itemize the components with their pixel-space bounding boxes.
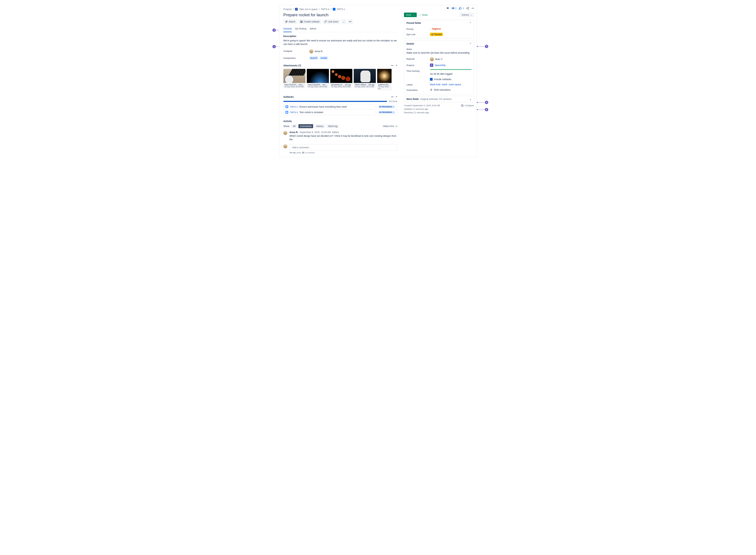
callout-2-num: 2 — [272, 29, 276, 32]
labels-value[interactable]: black-hole earth outer-space — [430, 83, 472, 86]
filter-comments[interactable]: Comments — [299, 124, 313, 128]
attachment-item[interactable]: ganapathy-ku… ash.jpg 18 Sep 2020, 09:43… — [330, 69, 352, 90]
attachment-date: 18 Sep 2020, 09:43 AM — [331, 86, 351, 88]
subtask-item[interactable]: TMTS-3 Test rocket in simulator IN PROGR… — [283, 110, 397, 115]
subtask-status[interactable]: IN PROGRESS — [378, 105, 395, 108]
issue-view: Projects / 🚀 Take me to space / TMTS-4 /… — [279, 5, 477, 157]
description-text[interactable]: We're going to space! We need to ensure … — [283, 39, 397, 46]
priority-value[interactable]: Highest — [430, 27, 472, 30]
chevron-down-icon: ⌄ — [470, 98, 472, 100]
configure-button[interactable]: Configure — [461, 104, 474, 108]
actions-button[interactable]: Actions — [459, 12, 474, 17]
link-dropdown-button[interactable]: ⌄ — [341, 19, 346, 24]
breadcrumb-project[interactable]: Take me to space — [299, 8, 317, 10]
include-subtasks-label: Include subtasks — [434, 78, 451, 81]
feedback-button[interactable] — [446, 6, 449, 10]
filter-history[interactable]: History — [314, 124, 325, 128]
projects-name[interactable]: Spaceship — [435, 64, 446, 67]
comment-author[interactable]: Anna R. — [290, 131, 298, 134]
breadcrumb-projects[interactable]: Projects — [283, 8, 292, 10]
attachment-name: ganapathy-ku… ash.jpg — [331, 84, 351, 86]
attachments-more-button[interactable]: ••• — [391, 64, 394, 67]
attachments-add-button[interactable]: + — [395, 64, 397, 67]
sort-label: Oldest first — [383, 125, 394, 128]
epic-link[interactable]: Rocket — [430, 33, 443, 36]
activity-filter: Show: All Comments History Work log Olde… — [283, 124, 397, 128]
comment-input[interactable]: Add a comment… — [290, 144, 397, 151]
time-tracking-bar — [430, 69, 472, 70]
sort-oldest-first[interactable]: Oldest first ↑≡ — [383, 125, 397, 128]
link-issue-button[interactable]: Link issue — [322, 19, 340, 24]
more-fields-header[interactable]: More fields Original estimate, Fix versi… — [404, 96, 474, 102]
attachment-name: niketh-vellank… ash.jpg — [355, 84, 375, 86]
details-header[interactable]: Details — [404, 41, 474, 47]
priority-highest: Highest — [430, 28, 441, 30]
tab-general[interactable]: General — [283, 27, 292, 32]
attachments-header: Attachments (7) ••• + — [283, 64, 397, 67]
tab-admin[interactable]: Admin — [310, 27, 316, 32]
subtask-status[interactable]: IN PROGRESS — [378, 111, 395, 114]
checkbox-checked-icon[interactable] — [430, 78, 433, 81]
subtask-item[interactable]: TMTS-2 Ensure astronauts have everything… — [283, 104, 397, 110]
label-chip[interactable]: black-hole — [430, 83, 441, 86]
projects-value[interactable]: ✦ Spaceship — [430, 63, 472, 67]
subtask-key[interactable]: TMTS-2 — [290, 105, 298, 108]
components-label: Components — [283, 56, 309, 59]
tab-qa-testing[interactable]: QA Testing — [295, 27, 306, 32]
assignee-label: Assignee — [283, 49, 309, 52]
toolbar: Attach Create subtask Link issue ⌄ ••• — [283, 19, 397, 24]
label-chip[interactable]: outer-space — [449, 83, 461, 86]
details-panel: Details Notes Make sure to send the QA t… — [404, 41, 474, 94]
filter-work-log[interactable]: Work log — [326, 124, 339, 128]
subtasks-add-button[interactable]: + — [395, 95, 397, 98]
create-subtask-button[interactable]: Create subtask — [299, 19, 321, 24]
attach-button[interactable]: Attach — [283, 19, 297, 24]
comment-edited: Edited — [332, 131, 339, 134]
breadcrumb-parent[interactable]: TMTS-4 — [321, 8, 329, 10]
avatar — [283, 131, 287, 135]
status-row: Done Done Actions — [404, 12, 474, 17]
component-chip[interactable]: rocket — [319, 56, 328, 60]
status-button[interactable]: Done — [404, 12, 417, 17]
pro-tip-key: M — [302, 152, 305, 154]
attachment-date: 18 Sep 2020, 09:42 AM — [355, 86, 375, 88]
time-tracking-value[interactable]: 2w 3d 4h 48m logged — [430, 73, 472, 75]
issue-title[interactable]: Prepare rocket for launch — [283, 12, 397, 17]
callout-5-num: 5 — [485, 108, 488, 111]
labels-row: Labels black-hole earth outer-space — [406, 83, 472, 86]
label-chip[interactable]: earth — [442, 83, 447, 86]
attachment-item[interactable]: nasa-Q1p7bh3… ash.jpg 18 Sep 2020, 09:44… — [307, 69, 329, 90]
progress-bar — [283, 101, 387, 102]
assignee-value[interactable]: Anna R. — [309, 49, 397, 53]
more-icon: ••• — [349, 20, 352, 23]
attachment-date: 18 Sep 2020, 09:… — [378, 86, 391, 90]
more-actions-button[interactable]: ••• — [348, 19, 353, 24]
rule-executions-button[interactable]: Rule executions — [430, 88, 451, 91]
actions-label: Actions — [461, 13, 469, 16]
share-button[interactable] — [466, 7, 469, 10]
attachments-grid: nasa-OLIj17tU… ash.jpg 18 Sep 2020, 09:4… — [283, 69, 397, 90]
avatar — [309, 49, 313, 53]
pinned-fields-header[interactable]: Pinned fields — [404, 20, 474, 26]
vote-button[interactable]: 1 — [459, 7, 464, 10]
reporter-value[interactable]: Bran Y. — [430, 57, 472, 61]
watchers-button[interactable]: 1 — [452, 7, 456, 10]
filter-all[interactable]: All — [291, 124, 297, 128]
issue-meta: Created September 8, 2020, 9:42 AM Updat… — [404, 104, 474, 114]
attachment-item[interactable]: guillermo-ferl… a… 18 Sep 2020, 09:… — [377, 69, 392, 90]
include-subtasks-row[interactable]: Include subtasks — [430, 78, 472, 81]
subtasks-more-button[interactable]: ••• — [391, 95, 394, 98]
attachment-thumb — [377, 69, 392, 83]
breadcrumb-issue[interactable]: TMTS-1 — [337, 8, 345, 10]
subtasks-title: Subtasks — [283, 95, 294, 98]
attachment-item[interactable]: niketh-vellank… ash.jpg 18 Sep 2020, 09:… — [354, 69, 376, 90]
component-chip[interactable]: launch — [309, 56, 318, 60]
callout-4: 4 — [477, 101, 488, 104]
more-button[interactable]: ••• — [472, 7, 474, 9]
subtask-key[interactable]: TMTS-3 — [290, 111, 298, 114]
attachment-item[interactable]: nasa-OLIj17tU… ash.jpg 18 Sep 2020, 09:4… — [283, 69, 305, 90]
components-value[interactable]: launch rocket — [309, 56, 397, 60]
pro-tip-post: to comment — [305, 152, 315, 154]
attachment-name: nasa-OLIj17tU… ash.jpg — [284, 84, 304, 86]
notes-text[interactable]: Make sure to send the QA team this issue… — [406, 51, 472, 54]
